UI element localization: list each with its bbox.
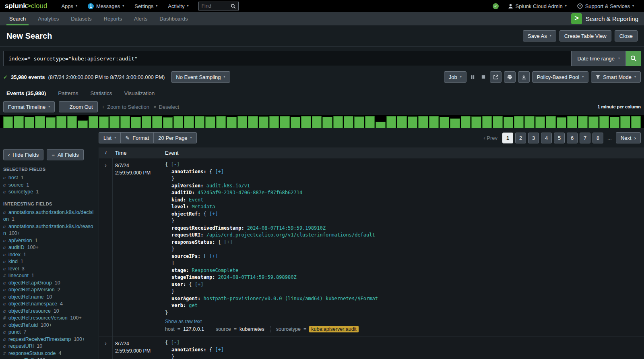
timeline-bar[interactable] xyxy=(610,117,619,129)
timeline-bar[interactable] xyxy=(301,116,311,128)
timeline-bar[interactable] xyxy=(440,117,449,128)
timeline-bar[interactable] xyxy=(109,116,119,128)
search-icon[interactable] xyxy=(231,4,236,9)
field-name-link[interactable]: linecount xyxy=(8,273,29,278)
search-input-wrap[interactable] xyxy=(3,51,571,66)
json-expand-toggle[interactable]: [+] xyxy=(209,253,218,259)
field-name-link[interactable]: sourcetype xyxy=(8,189,33,195)
result-tab[interactable]: Events (35,980) xyxy=(6,90,46,96)
search-query-input[interactable] xyxy=(8,56,566,62)
appnav-tab-dashboards[interactable]: Dashboards xyxy=(153,12,194,25)
timeline-bar[interactable] xyxy=(524,116,534,128)
field-name-link[interactable]: objectRef.uid xyxy=(8,322,38,328)
close-button[interactable]: Close xyxy=(615,30,638,42)
timeline-bar[interactable] xyxy=(291,117,300,129)
json-expand-toggle[interactable]: [-] xyxy=(171,162,180,167)
field-name-link[interactable]: auditID xyxy=(8,245,25,250)
timeline-bar[interactable] xyxy=(354,116,364,128)
timeline-bar[interactable] xyxy=(3,116,13,128)
timeline-bar[interactable] xyxy=(397,116,407,128)
json-expand-toggle[interactable]: [-] xyxy=(171,340,180,345)
timeline-bar[interactable] xyxy=(504,117,513,129)
timeline-bar[interactable] xyxy=(78,120,87,128)
field-name-link[interactable]: level xyxy=(8,266,19,272)
timeline-bar[interactable] xyxy=(365,116,375,128)
format-results-button[interactable]: ✎ Format xyxy=(120,132,154,143)
format-timeline-button[interactable]: Format Timeline ▾ xyxy=(3,101,55,112)
appnav-tab-analytics[interactable]: Analytics xyxy=(32,12,65,25)
share-job-button[interactable] xyxy=(490,71,502,83)
timeline-bar[interactable] xyxy=(588,116,598,128)
event-expand-caret[interactable]: › xyxy=(99,158,113,336)
timeline-bar[interactable] xyxy=(131,117,140,129)
timeline-bar[interactable] xyxy=(269,116,279,128)
timeline-bar[interactable] xyxy=(482,116,492,128)
field-name-link[interactable]: sourceIPs{} xyxy=(8,357,34,359)
field-name-link[interactable]: requestURI xyxy=(8,343,34,349)
timeline-bar[interactable] xyxy=(216,116,226,128)
result-tab[interactable]: Visualization xyxy=(124,90,155,96)
field-name-link[interactable]: objectRef.namespace xyxy=(8,301,57,307)
timeline-bar[interactable] xyxy=(142,116,151,128)
timeline-bar[interactable] xyxy=(46,117,56,128)
page-button-4[interactable]: 4 xyxy=(541,133,552,143)
page-button-7[interactable]: 7 xyxy=(580,133,590,143)
timeline-bar[interactable] xyxy=(631,116,641,128)
show-raw-text-link[interactable]: Show as raw text xyxy=(165,319,640,324)
timeline-bar[interactable] xyxy=(227,117,236,128)
json-expand-toggle[interactable]: [+] xyxy=(195,282,204,287)
meta-field-value[interactable]: 127.0.0.1 xyxy=(183,326,204,332)
timeline-bar[interactable] xyxy=(312,116,322,128)
timeline-bar[interactable] xyxy=(99,116,109,128)
result-tab[interactable]: Statistics xyxy=(91,90,112,96)
timeline-bar[interactable] xyxy=(386,116,396,128)
settings-menu[interactable]: Settings ▾ xyxy=(129,0,163,12)
timeline-bar[interactable] xyxy=(14,116,23,128)
field-name-link[interactable]: objectRef.name xyxy=(8,294,44,300)
result-tab[interactable]: Patterns xyxy=(58,90,78,96)
timeline-bar[interactable] xyxy=(429,116,439,128)
apps-menu[interactable]: Apps ▾ xyxy=(56,0,83,12)
support-menu[interactable]: ? Support & Services ▾ xyxy=(572,0,639,12)
json-expand-toggle[interactable]: [+] xyxy=(209,211,218,217)
timeline-bar[interactable] xyxy=(344,116,353,128)
timeline-bar[interactable] xyxy=(514,116,524,128)
timeline-bar[interactable] xyxy=(578,116,588,128)
field-name-link[interactable]: annotations.authorization.k8s.io/decisio… xyxy=(3,210,93,222)
meta-field-value[interactable]: kube:apiserver:audit xyxy=(309,326,359,332)
field-name-link[interactable]: kind xyxy=(8,259,18,264)
find-input[interactable] xyxy=(201,3,229,9)
page-button-1[interactable]: 1 xyxy=(502,133,513,143)
activity-menu[interactable]: Activity ▾ xyxy=(163,0,194,12)
splunk-cloud-logo[interactable]: splunk>cloud xyxy=(5,2,47,10)
appnav-tab-reports[interactable]: Reports xyxy=(98,12,128,25)
create-table-view-button[interactable]: Create Table View xyxy=(559,30,611,42)
hide-fields-button[interactable]: ‹ Hide Fields xyxy=(3,149,43,160)
timeline-bar[interactable] xyxy=(535,116,545,128)
timeline-bar[interactable] xyxy=(418,116,428,128)
field-name-link[interactable]: punct xyxy=(8,329,21,335)
field-name-link[interactable]: source xyxy=(8,182,24,188)
print-button[interactable] xyxy=(504,71,516,83)
timeline-bar[interactable] xyxy=(567,116,577,128)
field-name-link[interactable]: objectRef.resourceVersion xyxy=(8,315,68,321)
timeline-bar[interactable] xyxy=(546,116,555,128)
cloud-health-icon[interactable]: ✓ xyxy=(493,3,499,9)
prev-page-button[interactable]: ‹ Prev xyxy=(483,135,497,141)
timeline-bar[interactable] xyxy=(195,116,204,128)
json-expand-toggle[interactable]: [+] xyxy=(224,239,233,245)
field-name-link[interactable]: objectRef.resource xyxy=(8,308,51,314)
date-range-picker[interactable]: Date time range ▾ xyxy=(571,51,626,66)
timeline-bar[interactable] xyxy=(620,116,630,128)
export-download-button[interactable] xyxy=(518,71,530,83)
run-search-button[interactable] xyxy=(626,51,641,66)
list-view-button[interactable]: List ▾ xyxy=(99,132,121,143)
zoom-out-button[interactable]: − Zoom Out xyxy=(59,101,97,112)
field-name-link[interactable]: objectRef.apiGroup xyxy=(8,280,52,286)
timeline-bar[interactable] xyxy=(120,116,130,128)
timeline-bar[interactable] xyxy=(205,116,215,128)
timeline-bar[interactable] xyxy=(471,116,481,128)
appnav-tab-datasets[interactable]: Datasets xyxy=(65,12,97,25)
field-name-link[interactable]: requestReceivedTimestamp xyxy=(8,336,71,342)
timeline-histogram[interactable] xyxy=(0,115,644,128)
